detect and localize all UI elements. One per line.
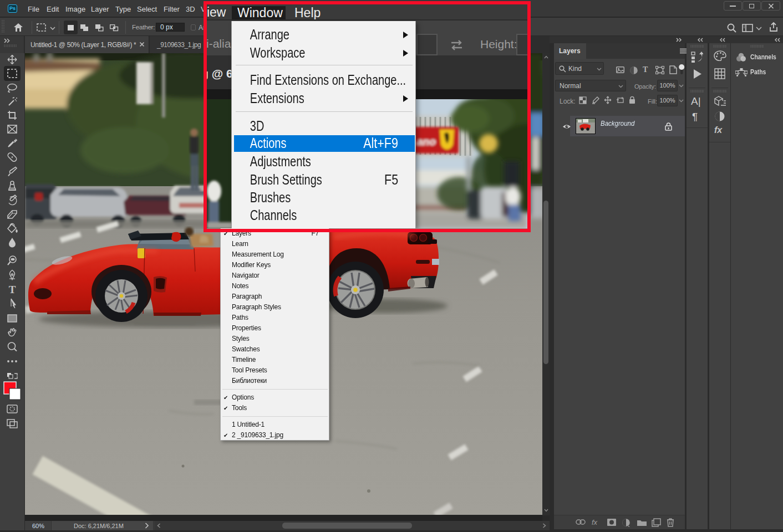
svg-text:T: T <box>9 284 16 295</box>
